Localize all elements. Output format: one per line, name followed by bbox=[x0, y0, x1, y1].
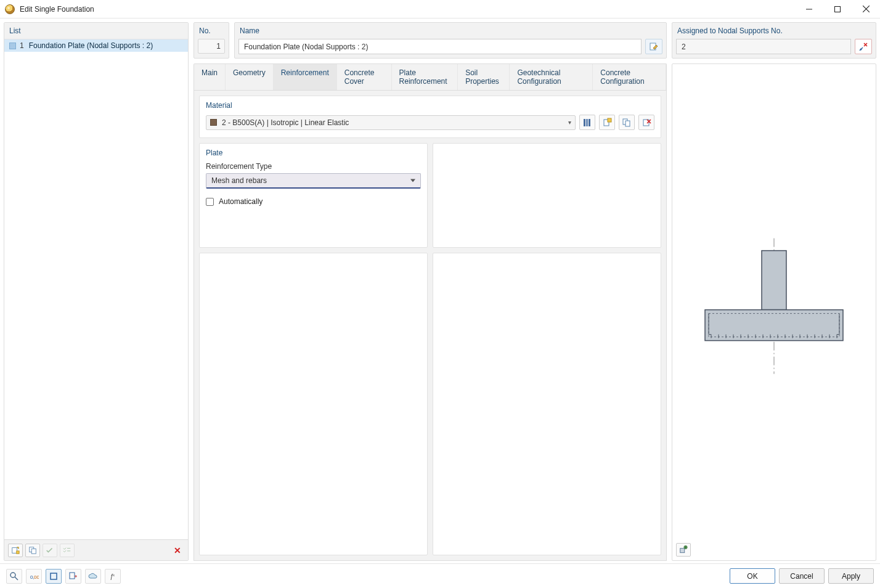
find-icon[interactable] bbox=[6, 569, 22, 584]
tabs: Main Geometry Reinforcement Concrete Cov… bbox=[194, 63, 667, 90]
svg-rect-37 bbox=[680, 549, 685, 553]
material-group: Material 2 - B500S(A) | Isotropic | Line… bbox=[199, 96, 661, 138]
units-icon[interactable]: 0,00 bbox=[26, 569, 42, 584]
minimize-button[interactable] bbox=[795, 0, 823, 18]
plate-group-title: Plate bbox=[206, 149, 421, 157]
list-item[interactable]: 1 Foundation Plate (Nodal Supports : 2) bbox=[4, 39, 188, 52]
cloud-icon[interactable] bbox=[85, 569, 101, 584]
automatically-checkbox-row[interactable]: Automatically bbox=[206, 197, 421, 206]
svg-rect-10 bbox=[608, 118, 611, 122]
middle-panel: No. 1 Name Main Geometry Reinforcement C… bbox=[194, 22, 667, 561]
material-new-button[interactable] bbox=[599, 115, 615, 130]
view-axes-icon[interactable] bbox=[65, 569, 81, 584]
svg-rect-6 bbox=[584, 119, 585, 126]
svg-rect-42 bbox=[51, 573, 57, 579]
svg-rect-2 bbox=[17, 550, 19, 553]
list-item-number: 1 bbox=[20, 41, 25, 50]
automatically-checkbox[interactable] bbox=[206, 198, 214, 206]
reinforcement-type-select[interactable]: Mesh and rebars bbox=[206, 173, 421, 189]
top-fields-row: No. 1 Name bbox=[194, 22, 667, 59]
svg-text:x: x bbox=[113, 573, 115, 577]
svg-rect-12 bbox=[625, 121, 630, 126]
no-label: No. bbox=[194, 23, 229, 39]
tab-soil-properties[interactable]: Soil Properties bbox=[458, 64, 510, 90]
name-label: Name bbox=[235, 23, 666, 39]
tab-geometry[interactable]: Geometry bbox=[226, 64, 274, 90]
svg-rect-43 bbox=[70, 573, 75, 579]
assigned-panel: Assigned to Nodal Supports No. bbox=[672, 22, 876, 59]
check-button bbox=[43, 544, 57, 557]
automatically-label: Automatically bbox=[219, 197, 263, 206]
close-button[interactable] bbox=[852, 0, 880, 18]
function-icon[interactable]: ƒx bbox=[105, 569, 121, 584]
name-input[interactable] bbox=[238, 39, 642, 54]
empty-group-3 bbox=[433, 253, 661, 555]
list-item-color-icon bbox=[9, 43, 16, 49]
tab-concrete-cover[interactable]: Concrete Cover bbox=[337, 64, 392, 90]
delete-button[interactable]: ✕ bbox=[171, 545, 184, 555]
list-header: List bbox=[4, 23, 188, 39]
empty-group-1 bbox=[433, 143, 661, 248]
ok-button[interactable]: OK bbox=[730, 568, 775, 584]
material-select[interactable]: 2 - B500S(A) | Isotropic | Linear Elasti… bbox=[206, 115, 576, 130]
material-select-value: 2 - B500S(A) | Isotropic | Linear Elasti… bbox=[222, 118, 563, 127]
list-panel: List 1 Foundation Plate (Nodal Supports … bbox=[4, 22, 189, 561]
tab-plate-reinforcement[interactable]: Plate Reinforcement bbox=[392, 64, 458, 90]
tab-reinforcement[interactable]: Reinforcement bbox=[274, 64, 337, 90]
svg-point-14 bbox=[860, 48, 862, 50]
material-copy-button[interactable] bbox=[619, 115, 635, 130]
material-group-title: Material bbox=[206, 101, 654, 110]
svg-point-39 bbox=[10, 573, 15, 578]
list-body: 1 Foundation Plate (Nodal Supports : 2) bbox=[4, 39, 188, 539]
material-delete-button[interactable] bbox=[638, 115, 654, 130]
tab-body: Material 2 - B500S(A) | Isotropic | Line… bbox=[194, 90, 667, 561]
material-library-button[interactable] bbox=[579, 115, 595, 130]
name-edit-button[interactable] bbox=[645, 39, 662, 54]
svg-rect-7 bbox=[586, 119, 588, 126]
plate-group: Plate Reinforcement Type Mesh and rebars… bbox=[199, 143, 428, 248]
copy-item-button[interactable] bbox=[25, 544, 40, 557]
svg-rect-16 bbox=[762, 250, 786, 309]
foundation-diagram bbox=[688, 226, 860, 386]
chevron-down-icon: ▾ bbox=[568, 119, 571, 126]
view-box-icon[interactable] bbox=[46, 569, 62, 584]
empty-group-2 bbox=[199, 253, 428, 555]
assigned-input[interactable] bbox=[676, 39, 851, 54]
preview-panel bbox=[672, 63, 876, 561]
cancel-button[interactable]: Cancel bbox=[779, 568, 825, 584]
svg-rect-4 bbox=[31, 549, 36, 553]
maximize-button[interactable] bbox=[823, 0, 852, 18]
new-item-button[interactable] bbox=[8, 544, 23, 557]
titlebar: Edit Single Foundation bbox=[0, 0, 880, 18]
checklist-button bbox=[60, 544, 75, 557]
list-item-label: Foundation Plate (Nodal Supports : 2) bbox=[29, 41, 153, 50]
material-color-icon bbox=[210, 119, 217, 126]
app-icon bbox=[5, 4, 15, 14]
no-value[interactable]: 1 bbox=[198, 39, 225, 54]
svg-rect-8 bbox=[589, 119, 590, 126]
assigned-picker-button[interactable] bbox=[855, 39, 872, 54]
name-field-container: Name bbox=[234, 22, 667, 59]
tab-geotechnical-configuration[interactable]: Geotechnical Configuration bbox=[510, 64, 593, 90]
no-field-container: No. 1 bbox=[194, 22, 229, 59]
tab-concrete-configuration[interactable]: Concrete Configuration bbox=[593, 64, 666, 90]
right-panel: Assigned to Nodal Supports No. bbox=[672, 22, 876, 561]
apply-button[interactable]: Apply bbox=[828, 568, 874, 584]
reinforcement-type-label: Reinforcement Type bbox=[206, 162, 421, 171]
left-toolbar: ✕ bbox=[4, 539, 188, 560]
preview-settings-button[interactable] bbox=[676, 543, 691, 557]
footer: 0,00 ƒx OK Cancel Apply bbox=[0, 563, 880, 588]
assigned-header: Assigned to Nodal Supports No. bbox=[672, 23, 876, 39]
tab-main[interactable]: Main bbox=[194, 64, 226, 90]
window-title: Edit Single Foundation bbox=[20, 5, 94, 14]
content-area: List 1 Foundation Plate (Nodal Supports … bbox=[0, 18, 880, 563]
reinforcement-type-value: Mesh and rebars bbox=[211, 176, 267, 185]
svg-rect-0 bbox=[835, 6, 841, 12]
svg-text:00: 00 bbox=[34, 574, 39, 580]
